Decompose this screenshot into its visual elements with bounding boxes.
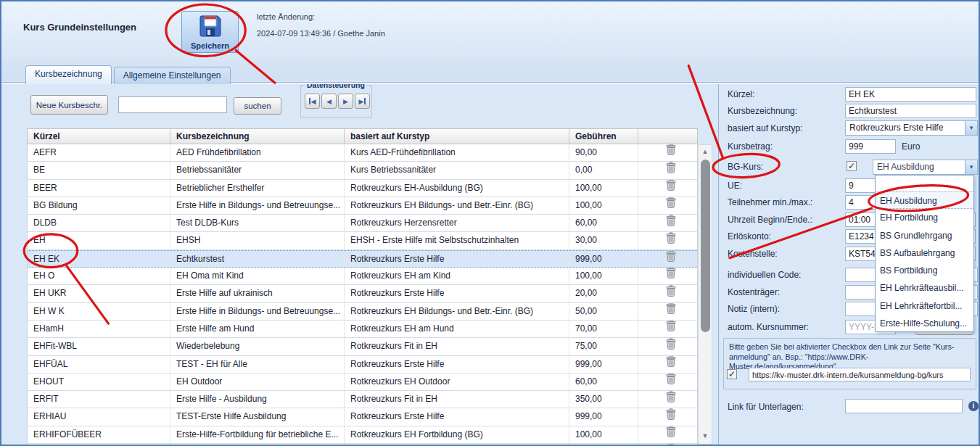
delete-trash-icon[interactable] bbox=[666, 408, 676, 425]
scroll-down-icon[interactable]: ▼ bbox=[699, 431, 712, 442]
delete-trash-icon[interactable] bbox=[666, 162, 676, 178]
cell-kuerzel: BE bbox=[28, 162, 170, 178]
column-header-kurstyp[interactable]: basiert auf Kurstyp bbox=[345, 129, 569, 144]
delete-trash-icon[interactable] bbox=[666, 303, 676, 320]
last-change: letzte Änderung: 2024-07-09 13:49:36 / G… bbox=[257, 9, 385, 42]
table-row[interactable]: EHFit-WBL Wiederbelebung Rotkreuzkurs Fi… bbox=[28, 338, 697, 355]
kurstyp-select[interactable]: Rotkreuzkurs Erste Hilfe ▾ bbox=[845, 120, 978, 136]
kursbetrag-input[interactable] bbox=[845, 139, 896, 154]
dropdown-item[interactable]: BS Aufbaulehrgang bbox=[876, 244, 973, 262]
tab-kursbezeichnung[interactable]: Kursbezeichnung bbox=[25, 65, 112, 84]
cell-gebuehren: 20,00 bbox=[569, 285, 638, 302]
nav-prev-button[interactable]: ◀ bbox=[321, 94, 337, 109]
bg-kurs-select-value: EH Ausbildung bbox=[877, 162, 934, 172]
bg-kurs-checkbox[interactable]: ✓ bbox=[847, 161, 857, 171]
delete-trash-icon[interactable] bbox=[666, 444, 676, 445]
delete-trash-icon[interactable] bbox=[666, 232, 676, 249]
dropdown-item[interactable]: EH Lehrkräfteausbil... bbox=[876, 279, 973, 297]
delete-trash-icon[interactable] bbox=[666, 321, 676, 337]
ue-label: UE: bbox=[728, 181, 742, 191]
table-row[interactable]: BEER Betrieblicher Ersthelfer Rotkreuzku… bbox=[28, 180, 697, 197]
page-title: Kurs Grundeinstellungen bbox=[23, 22, 136, 33]
dropdown-item[interactable]: Erste-Hilfe-Schulung... bbox=[876, 315, 973, 332]
table-row[interactable]: EH UKR Erste Hilfe auf ukrainisch Rotkre… bbox=[28, 285, 697, 302]
unterlagen-input[interactable] bbox=[845, 399, 963, 413]
bg-kurs-select[interactable]: EH Ausbildung ▾ bbox=[873, 160, 978, 175]
cell-kuerzel: BG Bildung bbox=[28, 197, 170, 214]
table-row[interactable]: EH W K Erste Hilfe in Bildungs- und Betr… bbox=[28, 303, 697, 321]
column-header-gebuehren[interactable]: Gebühren bbox=[569, 129, 638, 144]
table-row[interactable]: EHOUT EH Outdoor Rotkreuzkurs EH Outdoor… bbox=[28, 373, 697, 391]
kursanmeldung-link-checkbox[interactable]: ✓ bbox=[727, 369, 737, 379]
delete-trash-icon[interactable] bbox=[666, 215, 676, 231]
cell-kurstyp: EHSH - Erste Hilfe mit Selbstschutzinhal… bbox=[345, 232, 569, 249]
scrollbar-thumb[interactable] bbox=[701, 160, 710, 332]
link-hint-line1: Bitte geben Sie bei aktivierter Checkbox… bbox=[729, 342, 971, 352]
cell-kurstyp: Rotkreuzkurs Erste Hilfe bbox=[345, 251, 569, 267]
column-header-kursbezeichnung[interactable]: Kursbezeichnung bbox=[170, 129, 345, 144]
cell-gebuehren: 999,00 bbox=[569, 408, 638, 425]
kursbetrag-label: Kursbetrag: bbox=[728, 141, 773, 152]
dropdown-item[interactable]: BS Grundlehrgang bbox=[876, 227, 973, 244]
arrow-right-icon: ▶ bbox=[343, 98, 348, 105]
dropdown-item[interactable]: EH Ausbildung bbox=[876, 191, 973, 209]
detail-panel: Kürzel: Kursbezeichnung: basiert auf Kur… bbox=[718, 83, 977, 445]
cell-kursbezeichnung: Erste Hilfe in Bildungs- und Betreuungse… bbox=[170, 197, 345, 214]
table-row[interactable]: EH EK Echtkurstest Rotkreuzkurs Erste Hi… bbox=[28, 250, 697, 268]
tab-allgemeine-einstellungen[interactable]: Allgemeine Einstellungen bbox=[114, 67, 231, 84]
kuerzel-input[interactable] bbox=[845, 87, 976, 102]
table-row[interactable]: EH O EH Oma mit Kind Rotkreuzkurs EH am … bbox=[28, 268, 697, 285]
table-row[interactable]: ERFIT Erste Hilfe - Ausbildung Rotkreuzk… bbox=[28, 391, 697, 408]
table-row[interactable]: EH EHSH EHSH - Erste Hilfe mit Selbstsch… bbox=[28, 232, 697, 249]
table-header: Kürzel Kursbezeichnung basiert auf Kurst… bbox=[27, 128, 698, 144]
delete-trash-icon[interactable] bbox=[666, 285, 676, 302]
cell-gebuehren: 100,00 bbox=[569, 426, 638, 443]
dropdown-item[interactable]: EH Fortbildung bbox=[876, 209, 973, 226]
save-button-label: Speichern bbox=[191, 41, 229, 50]
scroll-up-icon[interactable]: ▲ bbox=[699, 146, 712, 157]
dropdown-item[interactable]: EH Lehrkräftefortbil... bbox=[876, 297, 973, 315]
table-row[interactable]: BG Bildung Erste Hilfe in Bildungs- und … bbox=[28, 197, 697, 215]
table-row[interactable]: EHFÜAL TEST - EH für Alle Rotkreuzkurs E… bbox=[28, 356, 697, 373]
cell-kursbezeichnung: EH Outdoor bbox=[170, 373, 345, 390]
delete-trash-icon[interactable] bbox=[666, 197, 676, 214]
save-button[interactable]: Speichern bbox=[181, 11, 239, 53]
delete-trash-icon[interactable] bbox=[666, 356, 676, 373]
cell-kursbezeichnung: Echtkurstest bbox=[170, 251, 345, 267]
delete-trash-icon[interactable] bbox=[666, 373, 676, 390]
table-row[interactable]: DLDB Test DLDB-Kurs Rotkreuzkurs Herzens… bbox=[28, 215, 697, 232]
kurstyp-label: basiert auf Kurstyp: bbox=[728, 123, 802, 133]
table-row[interactable]: EHamH Erste Hilfe am Hund Rotkreuzkurs E… bbox=[28, 321, 697, 338]
delete-trash-icon[interactable] bbox=[666, 268, 676, 284]
delete-trash-icon[interactable] bbox=[666, 338, 676, 355]
delete-trash-icon[interactable] bbox=[666, 426, 676, 443]
cell-kuerzel: EHFÜAL bbox=[28, 356, 170, 373]
nav-last-button[interactable]: ▶ bbox=[355, 94, 370, 109]
delete-trash-icon[interactable] bbox=[666, 251, 676, 267]
nav-next-button[interactable]: ▶ bbox=[338, 94, 353, 109]
new-course-button[interactable]: Neue Kursbeschr. bbox=[30, 95, 108, 115]
table-row[interactable]: ERHIFOFÜBEER Erste-Hilfe-Fortbildung für… bbox=[28, 426, 697, 444]
table-row[interactable]: AEFR AED Frühdefibrillation Kurs AED-Frü… bbox=[28, 144, 697, 162]
delete-trash-icon[interactable] bbox=[666, 144, 676, 161]
delete-trash-icon[interactable] bbox=[666, 180, 676, 197]
uhrzeit-label: Uhrzeit Beginn/Ende.: bbox=[728, 215, 812, 225]
delete-trash-icon[interactable] bbox=[666, 391, 676, 408]
search-input[interactable] bbox=[118, 96, 227, 113]
kursbezeichnung-input[interactable] bbox=[845, 104, 976, 118]
cell-kuerzel: EHFit-WBL bbox=[28, 338, 170, 355]
arrow-right-icon: ▶ bbox=[359, 98, 364, 105]
nav-first-button[interactable]: ◀ bbox=[305, 94, 320, 109]
unterlagen-info-icon[interactable]: i bbox=[968, 401, 979, 411]
table-row[interactable]: ERHIAU TEST-Erste Hilfe Ausbildung Rotkr… bbox=[28, 408, 697, 426]
table-row[interactable]: BE Betriebssanitäter Kurs Betriebssanitä… bbox=[28, 162, 697, 179]
table-scrollbar[interactable]: ▲ ▼ bbox=[698, 144, 712, 445]
cell-kuerzel: DLDB bbox=[28, 215, 170, 231]
table-row[interactable] bbox=[28, 444, 697, 445]
kursanmeldung-link-input[interactable] bbox=[749, 368, 971, 381]
dropdown-item[interactable] bbox=[876, 175, 973, 191]
dropdown-item[interactable]: BS Fortbildung bbox=[876, 262, 973, 279]
last-change-label: letzte Änderung: bbox=[257, 9, 385, 25]
search-button[interactable]: suchen bbox=[234, 97, 281, 115]
column-header-kuerzel[interactable]: Kürzel bbox=[28, 129, 170, 144]
